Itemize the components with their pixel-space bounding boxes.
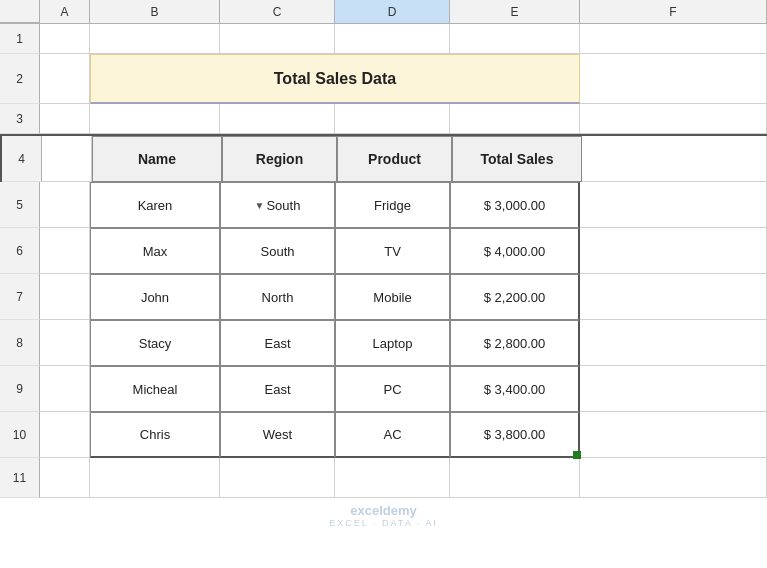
watermark: exceldemy EXCEL · DATA · AI: [0, 498, 767, 533]
row-num-11: 11: [0, 458, 40, 498]
header-total-sales[interactable]: Total Sales: [452, 136, 582, 182]
data-rows: 5Karen▼SouthFridge$ 3,000.006MaxSouthTV$…: [0, 182, 767, 458]
row-2: 2 Total Sales Data: [0, 54, 767, 104]
cell-a8[interactable]: [40, 320, 90, 366]
row-num-8: 8: [0, 320, 40, 366]
cell-a11[interactable]: [40, 458, 90, 498]
row-num-9: 9: [0, 366, 40, 412]
header-product[interactable]: Product: [337, 136, 452, 182]
rows-container: 1 2 Total Sales Data 3 4: [0, 24, 767, 568]
column-headers-row: A B C D E F: [0, 0, 767, 24]
cell-a2[interactable]: [40, 54, 90, 104]
cell-b3[interactable]: [90, 104, 220, 134]
cell-e11[interactable]: [450, 458, 580, 498]
row-num-1: 1: [0, 24, 40, 54]
cell-a3[interactable]: [40, 104, 90, 134]
cell-sales-7[interactable]: $ 2,200.00: [450, 274, 580, 320]
cell-f1[interactable]: [580, 24, 767, 54]
row-9: 9MichealEastPC$ 3,400.00: [0, 366, 767, 412]
region-text: West: [263, 427, 292, 442]
cell-e3[interactable]: [450, 104, 580, 134]
cell-name-8[interactable]: Stacy: [90, 320, 220, 366]
cell-region-5[interactable]: ▼South: [220, 182, 335, 228]
title-cell[interactable]: Total Sales Data: [90, 54, 580, 104]
cell-c11[interactable]: [220, 458, 335, 498]
cell-f9[interactable]: [580, 366, 767, 412]
cell-c3[interactable]: [220, 104, 335, 134]
dropdown-arrow-icon[interactable]: ▼: [255, 200, 265, 211]
col-header-f[interactable]: F: [580, 0, 767, 23]
cell-a5[interactable]: [40, 182, 90, 228]
region-text: East: [264, 382, 290, 397]
cell-a10[interactable]: [40, 412, 90, 458]
cell-c1[interactable]: [220, 24, 335, 54]
cell-d3[interactable]: [335, 104, 450, 134]
cell-a9[interactable]: [40, 366, 90, 412]
cell-region-10[interactable]: West: [220, 412, 335, 458]
cell-f6[interactable]: [580, 228, 767, 274]
region-text: North: [262, 290, 294, 305]
cell-a7[interactable]: [40, 274, 90, 320]
cell-b1[interactable]: [90, 24, 220, 54]
cell-f11[interactable]: [580, 458, 767, 498]
header-name[interactable]: Name: [92, 136, 222, 182]
cell-sales-9[interactable]: $ 3,400.00: [450, 366, 580, 412]
cell-region-8[interactable]: East: [220, 320, 335, 366]
row-8: 8StacyEastLaptop$ 2,800.00: [0, 320, 767, 366]
cell-sales-8[interactable]: $ 2,800.00: [450, 320, 580, 366]
row-7: 7JohnNorthMobile$ 2,200.00: [0, 274, 767, 320]
cell-sales-5[interactable]: $ 3,000.00: [450, 182, 580, 228]
cell-e1[interactable]: [450, 24, 580, 54]
col-header-a[interactable]: A: [40, 0, 90, 23]
cell-product-6[interactable]: TV: [335, 228, 450, 274]
cell-name-9[interactable]: Micheal: [90, 366, 220, 412]
watermark-tagline: EXCEL · DATA · AI: [329, 518, 437, 528]
cell-name-7[interactable]: John: [90, 274, 220, 320]
cell-product-7[interactable]: Mobile: [335, 274, 450, 320]
watermark-logo: exceldemy: [350, 503, 417, 518]
cell-product-8[interactable]: Laptop: [335, 320, 450, 366]
cell-f2[interactable]: [580, 54, 767, 104]
row-num-5: 5: [0, 182, 40, 228]
cell-f4[interactable]: [582, 136, 767, 182]
col-header-c[interactable]: C: [220, 0, 335, 23]
cell-f7[interactable]: [580, 274, 767, 320]
row-4-header: 4 Name Region Product Total Sales: [0, 134, 767, 182]
cell-a4[interactable]: [42, 136, 92, 182]
cell-sales-6[interactable]: $ 4,000.00: [450, 228, 580, 274]
region-text: South: [266, 198, 300, 213]
col-header-d[interactable]: D: [335, 0, 450, 23]
cell-region-6[interactable]: South: [220, 228, 335, 274]
cell-f3[interactable]: [580, 104, 767, 134]
row-6: 6MaxSouthTV$ 4,000.00: [0, 228, 767, 274]
cell-name-5[interactable]: Karen: [90, 182, 220, 228]
cell-f5[interactable]: [580, 182, 767, 228]
row-11: 11: [0, 458, 767, 498]
cell-d11[interactable]: [335, 458, 450, 498]
cell-product-10[interactable]: AC: [335, 412, 450, 458]
spreadsheet: A B C D E F 1 2 Total Sales Data 3: [0, 0, 767, 568]
cell-f8[interactable]: [580, 320, 767, 366]
col-header-b[interactable]: B: [90, 0, 220, 23]
cell-a6[interactable]: [40, 228, 90, 274]
cell-region-7[interactable]: North: [220, 274, 335, 320]
cell-name-6[interactable]: Max: [90, 228, 220, 274]
cell-b11[interactable]: [90, 458, 220, 498]
cell-product-9[interactable]: PC: [335, 366, 450, 412]
col-header-e[interactable]: E: [450, 0, 580, 23]
cell-product-5[interactable]: Fridge: [335, 182, 450, 228]
cell-f10[interactable]: [580, 412, 767, 458]
row-num-7: 7: [0, 274, 40, 320]
cell-region-9[interactable]: East: [220, 366, 335, 412]
cell-a1[interactable]: [40, 24, 90, 54]
cell-d1[interactable]: [335, 24, 450, 54]
header-region[interactable]: Region: [222, 136, 337, 182]
row-3: 3: [0, 104, 767, 134]
cell-name-10[interactable]: Chris: [90, 412, 220, 458]
row-5: 5Karen▼SouthFridge$ 3,000.00: [0, 182, 767, 228]
row-10: 10ChrisWestAC$ 3,800.00: [0, 412, 767, 458]
row-num-4: 4: [2, 136, 42, 182]
row-1: 1: [0, 24, 767, 54]
cell-sales-10[interactable]: $ 3,800.00: [450, 412, 580, 458]
region-text: East: [264, 336, 290, 351]
